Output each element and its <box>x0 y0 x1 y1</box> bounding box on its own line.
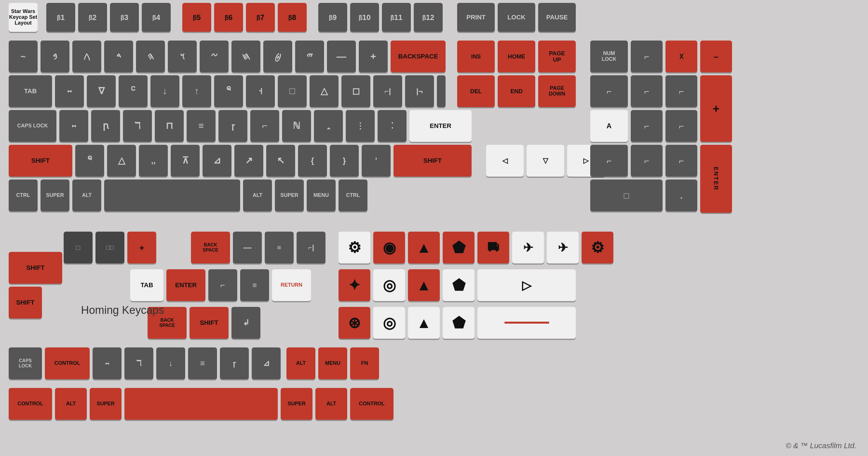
sw3-icon-5[interactable]: ━━━━━━━━ <box>477 307 576 339</box>
key-caps-lock[interactable]: CAPS LOCK <box>9 110 56 142</box>
key-esc[interactable]: Star Wars Keycap Set Layout <box>9 3 38 32</box>
key-enter[interactable]: ENTER <box>409 110 472 142</box>
sw2-icon-1[interactable]: ✦ <box>339 269 370 301</box>
key-alt-right[interactable]: ALT <box>243 179 272 211</box>
extra-shift[interactable]: SHIFT <box>9 252 62 284</box>
extra-mid-3[interactable]: ⌐| <box>297 232 326 263</box>
key-p[interactable]: ◻ <box>341 75 370 107</box>
extra-aurebesh-6[interactable]: ⊿ <box>252 347 281 379</box>
key-bracket-right[interactable]: |¬ <box>405 75 434 107</box>
key-ctrl-right[interactable]: CTRL <box>339 179 368 211</box>
sw3-icon-3[interactable]: ▲ <box>408 307 440 339</box>
key-s[interactable]: ꞃ <box>91 110 120 142</box>
extra-mid-1[interactable]: — <box>233 232 262 263</box>
key-8[interactable]: 𐤈 <box>263 40 292 73</box>
key-1[interactable]: 𐤁 <box>40 40 69 73</box>
key-3[interactable]: 𐤃 <box>104 40 133 73</box>
key-t[interactable]: ↑ <box>182 75 211 107</box>
key-page-up[interactable]: PAGEUP <box>538 40 576 73</box>
key-o[interactable]: △ <box>310 75 339 107</box>
key-numpad-minus[interactable]: – <box>700 40 732 73</box>
key-y[interactable]: ꟴ <box>214 75 243 107</box>
extra-aurebesh-4[interactable]: ≡ <box>188 347 217 379</box>
extra-key-3[interactable]: + <box>127 232 156 263</box>
key-r[interactable]: ↓ <box>151 75 179 107</box>
key-q[interactable]: ꟷ <box>55 75 84 107</box>
key-pause[interactable]: PAUSE <box>538 3 576 32</box>
key-j[interactable]: ⌐ <box>250 110 279 142</box>
key-i[interactable]: □ <box>278 75 307 107</box>
key-6[interactable]: 𐤆 <box>199 40 228 73</box>
key-c[interactable]: ,, <box>139 145 168 177</box>
key-num4[interactable]: A <box>590 110 628 142</box>
key-f11[interactable]: ꞵ11 <box>382 3 411 32</box>
extra-menu[interactable]: MENU <box>318 347 347 379</box>
extra-return[interactable]: RETURN <box>272 269 311 301</box>
key-b[interactable]: ⊿ <box>203 145 231 177</box>
key-f2[interactable]: ꞵ2 <box>78 3 107 32</box>
key-home[interactable]: HOME <box>498 40 535 73</box>
key-num6[interactable]: ⌐ <box>665 110 697 142</box>
key-f9[interactable]: ꞵ9 <box>318 3 347 32</box>
key-lock[interactable]: LOCK <box>498 3 535 32</box>
extra-aurebesh-1[interactable]: ꟷ <box>93 347 122 379</box>
key-menu[interactable]: MENU <box>307 179 336 211</box>
bot-super-1[interactable]: SUPER <box>90 388 122 420</box>
key-num7[interactable]: ⌐ <box>590 75 628 107</box>
key-u[interactable]: Ꟶ <box>246 75 275 107</box>
key-num3[interactable]: ⌐ <box>665 145 697 177</box>
key-num1[interactable]: ⌐ <box>590 145 628 177</box>
key-ctrl-left[interactable]: CTRL <box>9 179 38 211</box>
key-numpad-plus[interactable]: + <box>700 75 732 142</box>
sw-icon-3[interactable]: ▲ <box>408 232 440 263</box>
key-f12[interactable]: ꞵ12 <box>414 3 443 32</box>
key-f7[interactable]: ꞵ7 <box>246 3 275 32</box>
key-w[interactable]: ∇ <box>87 75 116 107</box>
sw-icon-8[interactable]: ⚙ <box>582 232 613 263</box>
extra-fn[interactable]: FN <box>350 347 379 379</box>
sw-icon-4[interactable]: ⬟ <box>443 232 474 263</box>
key-semicolon[interactable]: ⋮ <box>346 110 375 142</box>
key-comma[interactable]: { <box>298 145 327 177</box>
key-tab[interactable]: TAB <box>9 75 52 107</box>
key-slash[interactable]: ' <box>362 145 391 177</box>
key-e[interactable]: ꟲ <box>119 75 148 107</box>
key-end[interactable]: END <box>498 75 535 107</box>
extra-caps-lock[interactable]: CAPSLOCK <box>9 347 42 379</box>
extra-mid-2[interactable]: ≡ <box>265 232 294 263</box>
key-f[interactable]: ⊓ <box>155 110 184 142</box>
key-alt-left[interactable]: ALT <box>72 179 101 211</box>
key-h[interactable]: ꞅ <box>218 110 247 142</box>
key-period[interactable]: } <box>330 145 359 177</box>
extra-key-1[interactable]: □ <box>64 232 93 263</box>
key-delete[interactable]: DEL <box>457 75 495 107</box>
sw2-icon-2[interactable]: ◎ <box>373 269 405 301</box>
key-l[interactable]: ꞈ <box>314 110 343 142</box>
key-num0[interactable]: □ <box>590 179 662 211</box>
sw-icon-2[interactable]: ◉ <box>373 232 405 263</box>
key-num2[interactable]: ⌐ <box>631 145 662 177</box>
key-numpad-star[interactable]: ☓ <box>665 40 697 73</box>
key-n[interactable]: ↗ <box>235 145 263 177</box>
bot-super-2[interactable]: SUPER <box>281 388 312 420</box>
key-insert[interactable]: INS <box>457 40 495 73</box>
key-arrow-left[interactable]: ◁ <box>486 145 524 177</box>
extra-shift-3[interactable]: SHIFT <box>189 307 228 339</box>
sw2-icon-4[interactable]: ⬟ <box>443 269 474 301</box>
key-shift-right[interactable]: SHIFT <box>394 145 472 177</box>
sw-icon-7[interactable]: ✈ <box>547 232 579 263</box>
extra-char-2[interactable]: ≡ <box>240 269 269 301</box>
key-5[interactable]: 𐤅 <box>168 40 197 73</box>
key-numpad-enter[interactable]: ENTER <box>700 145 732 213</box>
key-super-right[interactable]: SUPER <box>275 179 304 211</box>
key-z[interactable]: ꟴ <box>75 145 104 177</box>
key-f6[interactable]: ꞵ6 <box>214 3 243 32</box>
key-m[interactable]: ↖ <box>266 145 295 177</box>
sw-icon-5[interactable]: ⛟ <box>477 232 509 263</box>
key-f3[interactable]: ꞵ3 <box>110 3 139 32</box>
extra-shift-2[interactable]: SHIFT <box>9 287 42 318</box>
sw2-icon-3[interactable]: ▲ <box>408 269 440 301</box>
sw-icon-6[interactable]: ✈ <box>512 232 544 263</box>
key-4[interactable]: 𐤄 <box>136 40 165 73</box>
key-k[interactable]: ℕ <box>282 110 311 142</box>
